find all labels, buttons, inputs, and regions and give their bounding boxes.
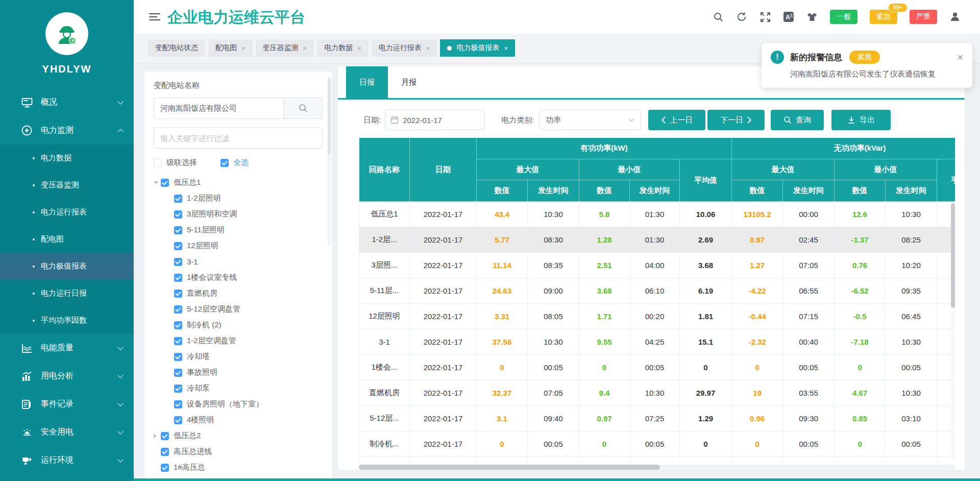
select-all-checkbox[interactable] (220, 159, 229, 167)
tree-expand-icon[interactable] (154, 181, 161, 184)
cascade-checkbox[interactable] (154, 159, 162, 167)
tree-checkbox[interactable] (174, 258, 182, 266)
collapse-sidebar-icon[interactable] (149, 11, 161, 21)
table-row[interactable]: 5-12层... 2022-01-17 3.1 09:40 0.97 07:25… (359, 406, 955, 431)
tree-checkbox[interactable] (174, 353, 182, 361)
tree-item[interactable]: 高压总进线 (154, 444, 323, 460)
tab-daily-report[interactable]: 日报 (346, 66, 388, 98)
tab-monthly-report[interactable]: 月报 (388, 66, 430, 98)
tree-checkbox[interactable] (174, 290, 182, 298)
table-row[interactable]: 1楼会... 2022-01-17 0 00:05 0 00:05 0 0 00… (359, 355, 955, 380)
select-all-label[interactable]: 全选 (233, 158, 249, 167)
page-tab[interactable]: 电力极值报表 × (440, 39, 515, 57)
page-tab[interactable]: 配电图 × (208, 39, 253, 57)
tree-item[interactable]: 5-11层照明 (154, 222, 323, 238)
theme-shirt-icon[interactable] (806, 11, 818, 22)
fullscreen-icon[interactable] (760, 11, 771, 22)
station-search-button[interactable] (284, 98, 323, 119)
sidebar-item-electrical-safety[interactable]: 安全用电 (0, 418, 134, 446)
table-row[interactable]: 3-1 2022-01-17 37.56 10:30 9.55 04:25 15… (359, 329, 955, 355)
tree-item[interactable]: 1-2层空调盘管 (154, 333, 323, 349)
close-icon[interactable]: × (504, 44, 508, 52)
tree-checkbox[interactable] (174, 210, 182, 219)
category-select[interactable]: 功率 (539, 110, 641, 130)
export-button[interactable]: 导出 (831, 110, 891, 130)
date-picker[interactable] (385, 110, 485, 130)
close-icon[interactable]: × (303, 44, 307, 52)
prev-day-button[interactable]: 上一日 (648, 110, 705, 130)
table-vertical-scrollbar[interactable] (951, 202, 955, 461)
alarm-badge-urgent[interactable]: 紧急 99+ (870, 10, 897, 24)
station-search-input[interactable] (154, 98, 284, 119)
tree-item[interactable]: 5-12层空调盘管 (154, 301, 323, 317)
sidebar-item-event-log[interactable]: 事件记录 (0, 390, 134, 418)
page-tab[interactable]: 变配电站状态 × (148, 39, 205, 57)
tree-item[interactable]: 事故照明 (154, 365, 323, 380)
tree-checkbox[interactable] (174, 400, 182, 408)
sidebar-item-usage-analysis[interactable]: 用电分析 (0, 362, 134, 390)
close-icon[interactable]: × (357, 44, 361, 52)
table-row[interactable]: 12层照明 2022-01-17 3.31 08:05 1.71 00:20 1… (359, 304, 955, 329)
tree-checkbox[interactable] (174, 242, 182, 250)
tree-checkbox[interactable] (174, 226, 182, 234)
close-icon[interactable]: × (957, 52, 963, 62)
tree-checkbox[interactable] (161, 179, 169, 187)
table-row[interactable]: 5-11层... 2022-01-17 24.63 09:00 3.68 06:… (359, 278, 955, 304)
tree-item[interactable]: 3-1 (154, 254, 323, 270)
refresh-icon[interactable] (736, 11, 747, 22)
tree-item[interactable]: 4楼照明 (154, 412, 323, 428)
sidebar-subitem[interactable]: 电力数据 (0, 145, 134, 172)
table-row[interactable]: 直燃机房 2022-01-17 32.37 07:05 9.4 10:30 29… (359, 380, 955, 406)
tree-item[interactable]: 低压总2 (154, 428, 323, 444)
tree-filter-input[interactable] (154, 127, 323, 149)
tree-item[interactable]: 3层照明和空调 (154, 206, 323, 222)
alarm-badge-normal[interactable]: 一般 (830, 10, 857, 24)
sidebar-subitem[interactable]: 电力极值报表 (0, 253, 134, 280)
table-row[interactable]: 1-2层... 2022-01-17 5.77 08:30 1.28 01:30… (359, 227, 955, 253)
sidebar-item-power-quality[interactable]: 电能质量 (0, 334, 134, 362)
sidebar-item-power-monitoring[interactable]: 电力监测 (0, 116, 134, 145)
tree-item[interactable]: 设备房照明（地下室） (154, 396, 323, 412)
table-row[interactable]: 3层照... 2022-01-17 11.14 08:35 2.51 04:00… (359, 253, 955, 278)
translate-icon[interactable]: A文 (783, 11, 794, 22)
tree-item[interactable]: 直燃机房 (154, 285, 323, 301)
table-row[interactable]: 低压总1 2022-01-17 43.4 10:30 5.8 01:30 10.… (359, 202, 955, 227)
user-icon[interactable] (949, 11, 961, 22)
tree-checkbox[interactable] (174, 369, 182, 377)
query-button[interactable]: 查询 (771, 110, 824, 130)
sidebar-subitem[interactable]: 配电图 (0, 226, 134, 253)
tree-item[interactable]: 制冷机 (2) (154, 317, 323, 333)
close-icon[interactable]: × (241, 44, 246, 52)
tree-item[interactable]: 冷却塔 (154, 349, 323, 365)
alarm-badge-critical[interactable]: 严重 (910, 10, 937, 24)
tree-checkbox[interactable] (174, 321, 182, 329)
tree-checkbox[interactable] (174, 384, 182, 393)
tree-item[interactable]: 低压总1 (154, 175, 323, 190)
search-icon[interactable] (713, 11, 724, 22)
tree-item[interactable]: 1-2层照明 (154, 190, 323, 206)
tree-checkbox[interactable] (174, 195, 182, 203)
tree-item[interactable]: 12层照明 (154, 238, 323, 254)
tree-scrollbar[interactable] (328, 78, 331, 246)
close-icon[interactable]: × (426, 44, 430, 52)
sidebar-subitem[interactable]: 变压器监测 (0, 172, 134, 199)
tree-checkbox[interactable] (161, 432, 169, 440)
sidebar-subitem[interactable]: 电力运行报表 (0, 199, 134, 226)
table-row[interactable]: 制冷机... 2022-01-17 0 00:05 0 00:05 0 0 00… (359, 431, 955, 457)
next-day-button[interactable]: 下一日 (707, 110, 765, 130)
page-tab[interactable]: 电力运行报表 × (372, 39, 437, 57)
sidebar-item-environment[interactable]: 运行环境 (0, 446, 134, 474)
sidebar-subitem[interactable]: 电力运行日报 (0, 280, 134, 307)
page-tab[interactable]: 电力数据 × (317, 39, 369, 57)
tree-item[interactable]: 1楼会议室专线 (154, 270, 323, 285)
sidebar-item-overview[interactable]: 概况 (0, 88, 134, 116)
tree-checkbox[interactable] (161, 464, 169, 472)
tree-item[interactable]: 1#高压总 (154, 460, 323, 475)
table-horizontal-scrollbar[interactable] (359, 465, 955, 470)
sidebar-subitem[interactable]: 平均功率因数 (0, 307, 134, 334)
tree-checkbox[interactable] (174, 337, 182, 345)
page-tab[interactable]: 变压器监测 × (256, 39, 314, 57)
tree-checkbox[interactable] (161, 448, 169, 456)
tree-expand-icon[interactable] (154, 434, 161, 439)
tree-checkbox[interactable] (174, 416, 182, 424)
